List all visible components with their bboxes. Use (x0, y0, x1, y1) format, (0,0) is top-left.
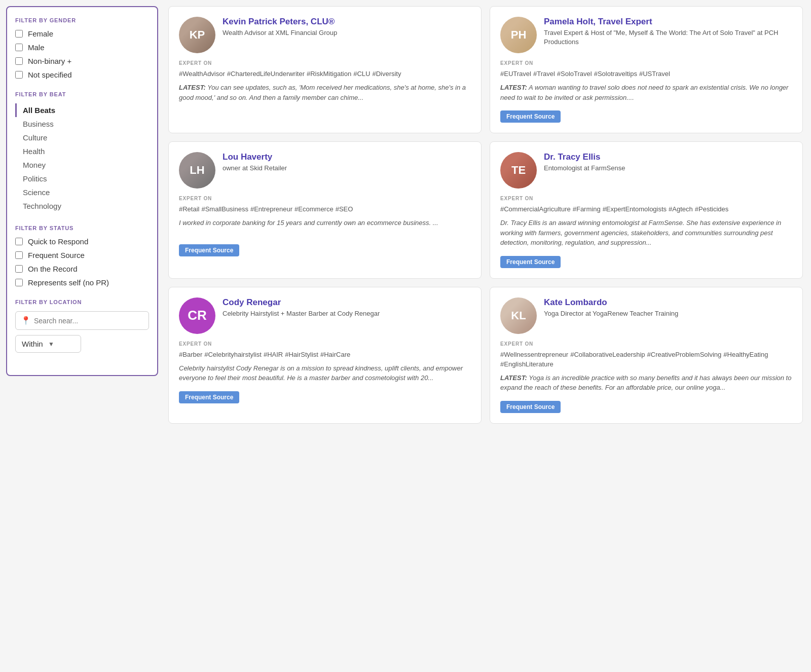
beat-money[interactable]: Money (15, 158, 149, 172)
beat-health[interactable]: Health (15, 144, 149, 158)
expert-on-kevin: EXPERT ON (179, 60, 471, 66)
tag: #Farming (573, 205, 601, 213)
expert-title-kate: Yoga Director at YogaRenew Teacher Train… (544, 309, 678, 318)
gender-nonbinary[interactable]: Non-binary + (15, 57, 149, 65)
expert-on-tracy: EXPERT ON (500, 196, 792, 201)
expert-card-tracy: TE Dr. Tracy Ellis Entomologist at FarmS… (490, 141, 803, 279)
gender-nonbinary-label: Non-binary + (28, 57, 71, 65)
expert-title-tracy: Entomologist at FarmSense (544, 164, 625, 173)
location-search-box[interactable]: 📍 (15, 311, 149, 330)
beat-politics[interactable]: Politics (15, 172, 149, 185)
status-quick-respond-checkbox[interactable] (15, 238, 23, 245)
gender-not-specified[interactable]: Not specified (15, 70, 149, 79)
status-on-record-label: On the Record (28, 265, 78, 273)
gender-not-specified-checkbox[interactable] (15, 71, 23, 79)
expert-info-kevin: Kevin Patrick Peters, CLU® Wealth Adviso… (223, 17, 337, 38)
expert-on-cody: EXPERT ON (179, 341, 471, 347)
within-select[interactable]: Within ▼ (15, 335, 81, 353)
latest-cody: Celebrity hairstylist Cody Renegar is on… (179, 363, 471, 383)
beat-all-beats[interactable]: All Beats (15, 103, 149, 117)
status-options: Quick to Respond Frequent Source On the … (15, 237, 149, 287)
expert-name-lou: Lou Haverty (223, 152, 287, 162)
tag: #Travel (533, 70, 555, 78)
card-header-cody: CR Cody Renegar Celebrity Hairstylist + … (179, 297, 471, 334)
tag: #HairCare (320, 351, 350, 358)
expert-name-pamela: Pamela Holt, Travel Expert (544, 17, 792, 27)
filter-location-title: FILTER BY LOCATION (15, 299, 149, 305)
frequent-source-badge-lou: Frequent Source (179, 244, 239, 256)
gender-female[interactable]: Female (15, 29, 149, 38)
filter-status-section: FILTER BY STATUS Quick to Respond Freque… (15, 225, 149, 287)
expert-info-kate: Kate Lombardo Yoga Director at YogaRenew… (544, 297, 678, 318)
tag: #USTravel (639, 70, 670, 78)
tag: #SmallBusiness (201, 205, 248, 213)
card-header-kate: KL Kate Lombardo Yoga Director at YogaRe… (500, 297, 792, 334)
within-label: Within (22, 340, 48, 348)
avatar-kate: KL (500, 297, 537, 334)
card-header-pamela: PH Pamela Holt, Travel Expert Travel Exp… (500, 17, 792, 53)
status-represents-self[interactable]: Represents self (no PR) (15, 278, 149, 287)
status-frequent-source-checkbox[interactable] (15, 251, 23, 259)
expert-name-tracy: Dr. Tracy Ellis (544, 152, 625, 162)
tag: #CollaborativeLeadership (570, 351, 645, 358)
filter-gender-title: FILTER BY GENDER (15, 17, 149, 23)
sidebar: FILTER BY GENDER Female Male Non-binary … (6, 6, 158, 376)
tag: #Diversity (372, 70, 401, 78)
expert-on-pamela: EXPERT ON (500, 60, 792, 66)
tag: #HAIR (264, 351, 283, 358)
expert-info-tracy: Dr. Tracy Ellis Entomologist at FarmSens… (544, 152, 625, 173)
expert-card-kevin: KP Kevin Patrick Peters, CLU® Wealth Adv… (168, 6, 482, 133)
tags-kate: #Wellnessentrepreneur #CollaborativeLead… (500, 351, 792, 368)
beat-list: All Beats Business Culture Health Money … (15, 103, 149, 213)
card-header-tracy: TE Dr. Tracy Ellis Entomologist at FarmS… (500, 152, 792, 189)
tag: #SoloTravel (557, 70, 592, 78)
beat-science[interactable]: Science (15, 185, 149, 199)
expert-info-lou: Lou Haverty owner at Skid Retailer (223, 152, 287, 173)
tag: #EUTravel (500, 70, 531, 78)
filter-beat-section: FILTER BY BEAT All Beats Business Cultur… (15, 91, 149, 213)
filter-beat-title: FILTER BY BEAT (15, 91, 149, 97)
status-frequent-source-label: Frequent Source (28, 251, 85, 259)
expert-card-lou: LH Lou Haverty owner at Skid Retailer EX… (168, 141, 482, 279)
filter-location-section: FILTER BY LOCATION 📍 Within ▼ (15, 299, 149, 353)
tag: #ExpertEntomologists (603, 205, 667, 213)
frequent-source-badge-kate: Frequent Source (500, 401, 561, 413)
gender-female-checkbox[interactable] (15, 30, 23, 38)
avatar-cody: CR (179, 297, 215, 334)
gender-male-checkbox[interactable] (15, 44, 23, 51)
frequent-source-badge-tracy: Frequent Source (500, 256, 561, 268)
gender-nonbinary-checkbox[interactable] (15, 57, 23, 65)
status-quick-respond[interactable]: Quick to Respond (15, 237, 149, 246)
expert-name-cody: Cody Renegar (223, 297, 380, 308)
tag: #Wellnessentrepreneur (500, 351, 568, 358)
expert-on-kate: EXPERT ON (500, 341, 792, 347)
status-represents-self-checkbox[interactable] (15, 279, 23, 286)
avatar-tracy: TE (500, 152, 537, 189)
tag: #Barber (179, 351, 202, 358)
latest-kate: LATEST: Yoga is an incredible practice w… (500, 373, 792, 393)
chevron-down-icon: ▼ (48, 341, 75, 348)
expert-card-kate: KL Kate Lombardo Yoga Director at YogaRe… (490, 287, 803, 424)
gender-male-label: Male (28, 43, 45, 52)
latest-lou: I worked in corporate banking for 15 yea… (179, 218, 471, 228)
status-on-record[interactable]: On the Record (15, 265, 149, 273)
gender-male[interactable]: Male (15, 43, 149, 52)
expert-name-kate: Kate Lombardo (544, 297, 678, 308)
tag: #Entrepreneur (250, 205, 292, 213)
filter-status-title: FILTER BY STATUS (15, 225, 149, 231)
avatar-lou: LH (179, 152, 215, 189)
expert-name-kevin: Kevin Patrick Peters, CLU® (223, 17, 337, 27)
tag: #EnglishLiterature (500, 360, 554, 368)
tag: #Ecommerce (294, 205, 334, 213)
tags-kevin: #WealthAdvisor #CharteredLifeUnderwriter… (179, 70, 471, 78)
beat-business[interactable]: Business (15, 117, 149, 131)
location-search-input[interactable] (34, 317, 143, 325)
card-header-lou: LH Lou Haverty owner at Skid Retailer (179, 152, 471, 189)
status-frequent-source[interactable]: Frequent Source (15, 251, 149, 259)
beat-technology[interactable]: Technology (15, 199, 149, 213)
latest-tracy: Dr. Tracy Ellis is an award winning ento… (500, 218, 792, 248)
expert-title-pamela: Travel Expert & Host of "Me, Myself & Th… (544, 28, 792, 47)
status-on-record-checkbox[interactable] (15, 265, 23, 273)
beat-culture[interactable]: Culture (15, 131, 149, 144)
tag: #Celebrityhairstylist (204, 351, 262, 358)
